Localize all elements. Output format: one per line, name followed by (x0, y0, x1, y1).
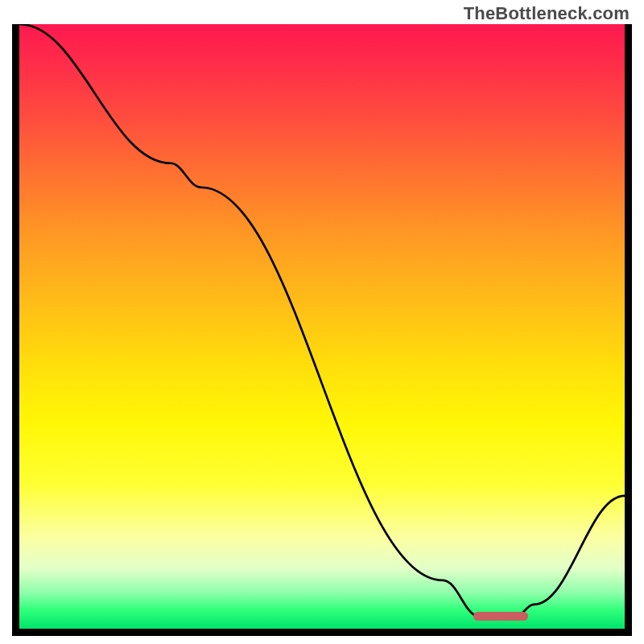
watermark-text: TheBottleneck.com (464, 3, 630, 24)
chart-container (12, 24, 632, 636)
axes-frame (12, 24, 632, 636)
